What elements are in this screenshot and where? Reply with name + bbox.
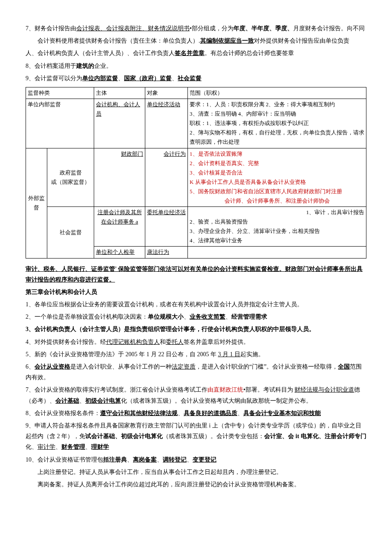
c3p6-m2: ，是进入会计职业的“门槛”。会计从业资格一经取得， xyxy=(196,363,338,370)
c3p6: 6、会计从业资格是进入会计职业、从事会计工作的一种法定资质，是进入会计职业的“门… xyxy=(26,361,366,383)
c3p2-s2: 、 xyxy=(225,314,231,320)
gov-scope-l5: 5、国务院财政部门和省自治区直辖市人民政府财政部门对注册 xyxy=(190,187,364,196)
p7-mid1: •部分组成，分为 xyxy=(190,25,233,32)
para-8: 8、会计档案适用于建筑的企业。 xyxy=(26,61,366,71)
gov-scope-l4: K 从事会计工作人员是否具备从备会计从业资格 xyxy=(190,177,364,187)
para-7-line3: 人、会计机构负责人（会计主管人员）、会计工作负责人签名并盖章。有总会计师的总会计… xyxy=(26,48,366,58)
c3p4-pre: 4、对外提供财务会计报告。经 xyxy=(26,339,106,345)
cell-report-scope xyxy=(188,247,366,258)
c3p8-s2: 、 xyxy=(237,410,243,416)
p7-b1: 年度、半年度、季度、 xyxy=(233,25,293,32)
para-7-line2: 会计资料使用者提供财务会计报告（责任主体：单位负责人）.其编制依据应当一致对外提… xyxy=(26,35,366,46)
c3p6-pre: 6、 xyxy=(26,363,35,370)
c3p6-u2: 法定资质 xyxy=(172,363,196,370)
p9-pre: 9、会计监督可以分为 xyxy=(26,75,82,81)
gov-scope-l1: 1、是否依法设置账簿 xyxy=(190,149,364,159)
c3p8-u2: 具备良好的道德品质 xyxy=(184,410,237,416)
c3p7: 7、会计从业资格的取得实行考试制度。浙江省会计从业资格考试工作由直财政江统•部署… xyxy=(26,384,366,406)
c3p10-u3: 变更登记 xyxy=(193,456,216,463)
hdr-object: 对象 xyxy=(145,87,188,99)
under-table-line1: 审计、税务、人民银行、证券监管' 保险监管等部门依法可以对有关单位的会计资料实施… xyxy=(26,266,363,283)
c3p5-pre: 5、新的《会计从业资格管理办法》于 2005 年 1 月 22 日公布，自 20… xyxy=(26,351,218,357)
c3p9-b1: 试会计基础、初级会计电算化 xyxy=(85,433,163,439)
cell-report-subject: 单位和个人检举 xyxy=(94,247,145,258)
c3p9-s1: 、 xyxy=(55,444,61,450)
row-internal: 单位内部监督 会计机构、会计人员 单位经济活动 要求：1、人员：职责权限分离 2… xyxy=(26,99,366,148)
p7-l3a: 人、会计机构负责人（会计主管人员）、会计工作负责人 xyxy=(26,50,175,56)
cell-soc-object: 委托单位经济活 xyxy=(145,207,188,247)
c3p9-u2: 财务管理 xyxy=(61,444,85,450)
c3p4-u2: 委托人 xyxy=(166,339,184,345)
p7-l3b: 。有总会计师的总会计师也要签章 xyxy=(205,50,294,56)
cell-report-subject-u: 单位和个人检举 xyxy=(96,249,135,255)
c3p7-post: 化（或者珠算五级）。会计从业资格考试大纲由鼠政那统一制定并公布。 xyxy=(121,398,312,404)
cell-gov-object: 会计行为 xyxy=(145,148,188,207)
c3p9-s2: 、 xyxy=(85,444,91,450)
cell-report-object: 康法行为 xyxy=(145,247,188,258)
c3p8: 8、会计从业资格报名条件：遵守会计和其他财经法律法规、具备良好的道德品质、具备会… xyxy=(26,408,366,418)
p8-b: 建筑的 xyxy=(76,63,94,69)
cell-report-object-u: 康法行为 xyxy=(147,249,169,255)
cell-internal-object-u: 单位经济活动 xyxy=(147,101,180,108)
c3p8-u1: 遵守会计和其他财经法律法规 xyxy=(100,410,178,416)
gov-scope-l2: 2、会计资料是否真实、完整 xyxy=(190,159,364,168)
c3p8-s1: 、 xyxy=(178,410,184,416)
c3p2: 2、一个单位是否单独设置会计机构取决因素：单位规模大小、业务收支简繁、经营管理需… xyxy=(26,311,366,322)
c3p7-mid: •部署。考试科目为 xyxy=(243,386,294,393)
hdr-scope: 范围（职权） xyxy=(188,87,366,99)
c3p7-red: 由直财政江统 xyxy=(208,386,243,393)
c3p7-u1: 财经法规与会计职业道 xyxy=(294,386,354,393)
cell-internal-type: 单位内部监督 xyxy=(26,99,94,148)
cell-soc-scope-txt: 1、审计，出具审计报告2、验资，出具验资报告3、办理企业合并、分立、清算审计业务… xyxy=(190,208,364,245)
cell-soc-label: 社会监督 xyxy=(47,207,94,258)
p7-b2: 其编制依据应当一致 xyxy=(200,38,254,44)
hdr-type: 监督种类 xyxy=(26,87,94,99)
cell-soc-subject-u: 注册会计师及其所在会计师事务 a xyxy=(98,209,142,225)
row-gov: 外部监督 政府监督 或（国家监督） 财政部门 会计行为 1、是否依法设置账簿 2… xyxy=(26,148,366,207)
c3p10-u2: 调转登记 xyxy=(163,456,187,463)
c3p4-mid: 和 xyxy=(160,339,166,345)
c3p2-b1: 单位规模大小 xyxy=(148,314,184,320)
supervision-table: 监督种类 主体 对象 范围（职权） 单位内部监督 会计机构、会计人员 单位经济活… xyxy=(26,87,366,259)
gov-scope-l6: 会计师、会计师事务所、和注册会计师协会 xyxy=(190,196,364,206)
c3p4-post: 签名并盖章后对外提供。 xyxy=(184,339,249,345)
c3p4: 4、对外提供财务会计报告。经代理记账机构负责人和委托人签名并盖章后对外提供。 xyxy=(26,337,366,347)
c3p10-sub1: 上岗注册登记。持证人员从事会计工作，应当自从事会计工作之日起却且内，办理注册登记… xyxy=(26,467,366,477)
c3p7-u2: 会计基础 xyxy=(55,398,79,404)
p9-s1: 、 xyxy=(118,75,124,81)
cell-gov-object-u: 会计行为 xyxy=(164,151,186,157)
p9-s2: 、 xyxy=(172,75,178,81)
c3p2-pre: 2、一个单位是否单独设置会计机构取决因素： xyxy=(26,314,148,320)
c3p4-u1: 代理记账机构负责人 xyxy=(106,339,160,345)
c3p9: 9、申请人符合基本报名条件且具备国家教育行政主管部门认可的虫里 i 上（含中专）… xyxy=(26,420,366,453)
c3p10-pre: 10、会计从业资格证书管理包 xyxy=(26,456,103,463)
cell-internal-subject: 会计机构、会计人员 xyxy=(94,99,145,148)
cell-external-label: 外部监督 xyxy=(26,148,47,258)
c3p6-u3: 全国 xyxy=(338,363,350,370)
c3p7-pre: 7、会计从业资格的取得实行考试制度。浙江省会计从业资格考试工作 xyxy=(26,386,208,393)
c3p10-s3: 、 xyxy=(187,456,193,463)
hdr-subject: 主体 xyxy=(94,87,145,99)
cell-internal-object: 单位经济活动 xyxy=(145,99,188,148)
table-header-row: 监督种类 主体 对象 范围（职权） xyxy=(26,87,366,99)
p7-u2: 签名并盖章 xyxy=(175,50,205,56)
cell-gov-subject-u: 财政部门 xyxy=(121,151,143,157)
p7-lead: 7、财务会计报告由 xyxy=(26,25,76,32)
para-7: 7、财务会计报告由会计报表、会计报表附注、财务情况说明书•部分组成，分为年度、半… xyxy=(26,23,366,34)
c3p6-u1: 会计从业资格 xyxy=(35,363,70,370)
cell-soc-object-u: 委托单位经济活 xyxy=(147,209,186,215)
p9-u2: 国家（政府）监督 xyxy=(124,75,172,81)
p7-u1: 会计报表、会计报表附注、财务情况说明书 xyxy=(76,25,190,32)
c3p6-m1: 是进入会计职业、从事会计工作的一种 xyxy=(70,363,172,370)
c3p9-u1: 审计学 xyxy=(37,444,55,450)
c3p3: 3、会计机构负责人（会计主管人员）是指负责组织管理会计事务，行使会计机构负责人职… xyxy=(26,324,366,334)
c3p5-u: 3 月 1 日 xyxy=(218,351,241,357)
c3p10-u1: 离岗备案 xyxy=(133,456,157,463)
p9-u3: 社会监督 xyxy=(178,75,202,81)
p9-u1: 单位内部监督 xyxy=(82,75,118,81)
cell-soc-scope: 1、审计，出具审计报告2、验资，出具验资报告3、办理企业合并、分立、清算审计业务… xyxy=(188,207,366,247)
c3p10-sub2: 离岗备案。持证人员离开会计工作岗位超过此耳的，应向原注册登记的会计从业资格管理机… xyxy=(26,479,366,490)
c3p8-pre: 8、会计从业资格报名条件： xyxy=(26,410,100,416)
c3p9-p1: 化、 xyxy=(26,444,37,450)
c3p2-u1: 业务收支简繁 xyxy=(190,314,225,320)
